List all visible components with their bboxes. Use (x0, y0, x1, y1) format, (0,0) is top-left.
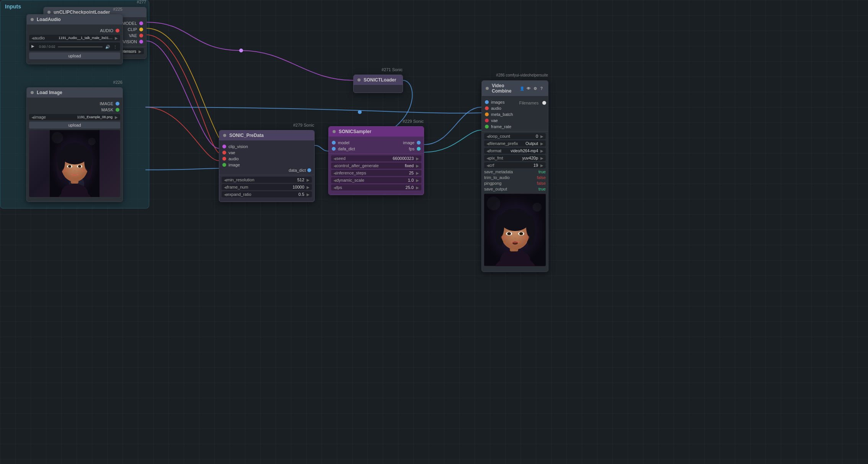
min-res-next[interactable]: ▶ (307, 178, 310, 182)
format-control[interactable]: ◀ format video/h264-mp4 ▶ (484, 148, 546, 154)
svg-point-40 (507, 232, 511, 235)
is-prev[interactable]: ◀ (333, 171, 336, 175)
audio-prev-arrow[interactable]: ◀ (31, 36, 34, 40)
audio-progress-bar[interactable] (58, 46, 103, 47)
port-model-dot (139, 21, 143, 25)
pf-prev[interactable]: ◀ (486, 156, 489, 160)
audio-player[interactable]: ▶ 0:00 / 0:02 🔊 ⋮ (29, 42, 120, 51)
port-filenames-out-dot (542, 101, 546, 105)
ds-prev[interactable]: ◀ (333, 178, 336, 182)
port-audio-combine-in: audio (482, 105, 516, 111)
trim-to-audio-toggle[interactable]: trim_to_audio false (484, 175, 546, 180)
play-button[interactable]: ▶ (31, 44, 37, 49)
node-277-status-dot (47, 11, 51, 14)
loop-count-next[interactable]: ▶ (540, 134, 543, 138)
node-279-status-dot (223, 134, 226, 137)
crf-control[interactable]: ◀ crf 19 ▶ (484, 162, 546, 168)
inference-steps-control[interactable]: ◀ inference_steps 25 ▶ (331, 170, 421, 176)
crf-next[interactable]: ▶ (540, 163, 543, 168)
pingpong-label: pingpong (484, 181, 537, 186)
save-output-toggle[interactable]: save_output true (484, 187, 546, 191)
control-after-generate-control[interactable]: ◀ control_after_generate fixed ▶ (331, 163, 421, 169)
ds-next[interactable]: ▶ (416, 178, 419, 182)
image-next-arrow[interactable]: ▶ (115, 115, 118, 119)
node-load-image[interactable]: #226 Load Image IMAGE MASK ◀ image 1191_… (26, 87, 123, 202)
seed-control[interactable]: ◀ seed 660000323 ▶ (331, 155, 421, 161)
node-286-icon-settings[interactable]: ⚙ (532, 86, 538, 91)
node-sonic-predata[interactable]: #279 Sonic SONIC_PreData clip_vision vae… (219, 130, 315, 202)
node-286-icon-eye[interactable]: 👁 (526, 86, 531, 91)
seed-next[interactable]: ▶ (416, 156, 419, 161)
port-frame-rate-in: frame_rate (482, 124, 516, 130)
expand-ratio-control[interactable]: ◀ expand_ratio 0.5 ▶ (222, 191, 312, 197)
fp-prev[interactable]: ◀ (486, 142, 489, 146)
svg-point-42 (514, 237, 516, 239)
port-vae-dot (139, 34, 143, 37)
min-res-prev[interactable]: ◀ (224, 178, 227, 182)
pf-next[interactable]: ▶ (540, 156, 543, 160)
image-preview (29, 130, 120, 197)
loop-count-value: 0 (536, 134, 538, 138)
image-filename-control[interactable]: ◀ image 1191_Example_08.png ▶ (29, 114, 120, 120)
fmt-next[interactable]: ▶ (540, 149, 543, 153)
fp-next[interactable]: ▶ (540, 142, 543, 146)
cag-next[interactable]: ▶ (416, 164, 419, 168)
save-metadata-toggle[interactable]: save_metadata true (484, 169, 546, 174)
node-225-header: LoadAudio (27, 15, 122, 24)
port-audio-in-label: audio (228, 156, 239, 161)
audio-file-value: 1191_Audio__1_talk_male_3s01.... (59, 36, 113, 40)
node-225-title: LoadAudio (37, 17, 61, 22)
frame-num-prev[interactable]: ◀ (224, 185, 227, 189)
pingpong-toggle[interactable]: pingpong false (484, 181, 546, 186)
svg-point-0 (239, 49, 243, 52)
svg-point-19 (68, 165, 71, 168)
port-clip-vision-dot (139, 40, 143, 44)
fps-prev[interactable]: ◀ (333, 186, 336, 190)
audio-upload-button[interactable]: upload (29, 52, 120, 59)
port-model-label: MODEL (122, 21, 137, 26)
node-load-audio[interactable]: #225 LoadAudio AUDIO ◀ audio 1191_Audio_… (26, 14, 123, 64)
node-video-combine[interactable]: #286 comfyui-videohelpersuite Video Comb… (481, 80, 548, 272)
port-image-out: IMAGE (27, 101, 122, 107)
loop-count-control[interactable]: ◀ loop_count 0 ▶ (484, 133, 546, 139)
image-upload-button[interactable]: upload (29, 122, 120, 129)
frame-num-next[interactable]: ▶ (307, 185, 310, 189)
ckpt-next-arrow[interactable]: ▶ (139, 49, 142, 54)
expand-ratio-prev[interactable]: ◀ (224, 192, 227, 197)
node-286-icon-help[interactable]: ? (539, 86, 544, 91)
fps-control[interactable]: ◀ fps 25.0 ▶ (331, 184, 421, 190)
port-filenames-out: Filenames (516, 100, 549, 106)
svg-point-3 (52, 132, 63, 143)
audio-next-arrow[interactable]: ▶ (115, 36, 118, 40)
crf-prev[interactable]: ◀ (486, 163, 489, 168)
fps-next[interactable]: ▶ (416, 186, 419, 190)
audio-controls[interactable]: ▶ 0:00 / 0:02 🔊 ⋮ (31, 44, 118, 49)
filename-prefix-control[interactable]: ◀ filename_prefix Output ▶ (484, 140, 546, 147)
frame-num-control[interactable]: ◀ frame_num 10000 ▶ (222, 184, 312, 190)
loop-count-prev[interactable]: ◀ (486, 134, 489, 138)
node-sonic-sampler[interactable]: #229 Sonic SONICSampler model dafa_dict … (328, 126, 424, 195)
is-next[interactable]: ▶ (416, 171, 419, 175)
cag-prev[interactable]: ◀ (333, 164, 336, 168)
fp-value: Output (525, 141, 538, 146)
audio-menu-icon[interactable]: ⋮ (113, 44, 118, 49)
port-frame-rate-in-dot (485, 125, 489, 129)
expand-ratio-label: expand_ratio (227, 192, 296, 197)
audio-volume-icon[interactable]: 🔊 (105, 44, 110, 49)
svg-point-37 (526, 215, 535, 237)
trim-to-audio-value: false (537, 175, 546, 180)
audio-filename-control[interactable]: ◀ audio 1191_Audio__1_talk_male_3s01....… (29, 35, 120, 41)
node-286-icon-person[interactable]: 👤 (519, 86, 525, 91)
pix-fmt-control[interactable]: ◀ pix_fmt yuv420p ▶ (484, 155, 546, 161)
svg-point-20 (78, 165, 81, 168)
node-id-229: #229 Sonic (403, 119, 424, 124)
fmt-prev[interactable]: ◀ (486, 149, 489, 153)
image-prev-arrow[interactable]: ◀ (31, 115, 34, 119)
dynamic-scale-control[interactable]: ◀ dynamic_scale 1.0 ▶ (331, 177, 421, 183)
frame-num-value: 10000 (292, 185, 304, 189)
expand-ratio-next[interactable]: ▶ (307, 192, 310, 197)
node-sonict-loader[interactable]: #271 Sonic SONICTLoader (353, 75, 403, 93)
seed-prev[interactable]: ◀ (333, 156, 336, 161)
svg-point-15 (57, 150, 65, 171)
min-res-control[interactable]: ◀ min_resolution 512 ▶ (222, 177, 312, 183)
